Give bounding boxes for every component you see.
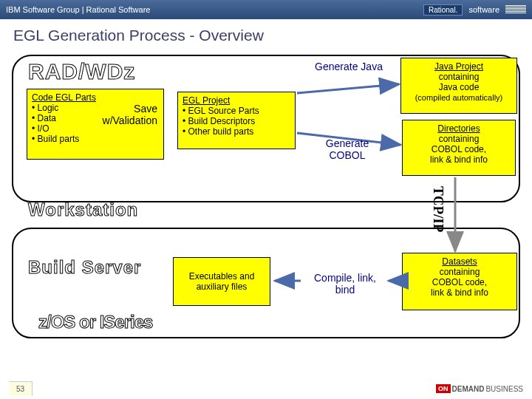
box3-l1: Java Project	[434, 61, 483, 72]
box2-heading: EGL Project	[183, 95, 230, 106]
label-radwdz: RAD/WDz	[28, 59, 135, 84]
on-badge: ON	[436, 384, 451, 393]
on-demand-badge: ON DEMAND BUSINESS	[436, 384, 523, 393]
box4-l4: link & bind info	[430, 154, 488, 165]
save-label: Save w/Validation	[103, 103, 157, 126]
box-executables: Executables and auxiliary files	[173, 257, 270, 306]
box6-l4: link & bind info	[431, 287, 488, 298]
box-egl-project: EGL Project • EGL Source Parts • Build D…	[177, 92, 296, 149]
slide-title: EGL Generation Process - Overview	[0, 19, 532, 49]
arrow-label-generate-cobol: Generate COBOL	[310, 137, 384, 161]
label-zos: z/OS or ISeries	[38, 312, 152, 332]
rational-badge: Rational.	[423, 4, 463, 16]
arrow-label-tcpip: TCP/IP	[430, 186, 446, 232]
page-number: 53	[9, 381, 33, 396]
label-buildserver: Build Server	[28, 257, 141, 278]
box2-l1: • EGL Source Parts	[183, 106, 259, 116]
business-text: BUSINESS	[485, 385, 523, 393]
save-line1: Save	[134, 103, 157, 115]
box4-l1: Directories	[437, 123, 480, 134]
box1-l2: • Data	[32, 113, 56, 123]
box-java-project: Java Project containing Java code (compi…	[400, 58, 517, 114]
box2-l2: • Build Descriptors	[183, 116, 255, 126]
box3-l2: containing	[439, 72, 480, 82]
box1-heading: Code EGL Parts	[32, 92, 96, 103]
breadcrumb: IBM Software Group | Rational Software	[6, 5, 150, 14]
box6-l1: Datasets	[442, 256, 477, 267]
box1-l1: • Logic	[32, 103, 58, 113]
box-code-egl-parts: Code EGL Parts • Logic • Data • I/O • Bu…	[27, 89, 164, 160]
arrow-label-generate-java: Generate Java	[312, 61, 386, 72]
footer: 53 ON DEMAND BUSINESS	[0, 378, 532, 399]
ibm-logo-icon	[505, 5, 526, 14]
box3-l3: Java code	[439, 82, 480, 92]
box6-l3: COBOL code,	[432, 277, 487, 287]
box6-l2: containing	[440, 267, 480, 277]
demand-text: DEMAND	[452, 385, 485, 393]
box4-l3: COBOL code,	[432, 144, 486, 154]
arrow-label-compile: Compile, link, bind	[304, 272, 386, 296]
diagram-canvas: RAD/WDz Workstation Build Server z/OS or…	[9, 52, 523, 355]
label-workstation: Workstation	[28, 200, 138, 220]
box1-l3: • I/O	[32, 123, 50, 134]
box-directories-cobol: Directories containing COBOL code, link …	[402, 120, 516, 176]
top-bar: IBM Software Group | Rational Software R…	[0, 0, 532, 19]
box1-l4: • Build parts	[32, 134, 79, 144]
box3-l4: (compiled automatically)	[415, 93, 503, 102]
box4-l2: containing	[439, 134, 480, 144]
box-datasets-cobol: Datasets containing COBOL code, link & b…	[402, 253, 517, 310]
software-text: software	[468, 5, 499, 14]
box2-l3: • Other build parts	[183, 126, 253, 137]
save-line2: w/Validation	[103, 115, 157, 126]
box5-l1: Executables and auxiliary files	[178, 271, 265, 292]
